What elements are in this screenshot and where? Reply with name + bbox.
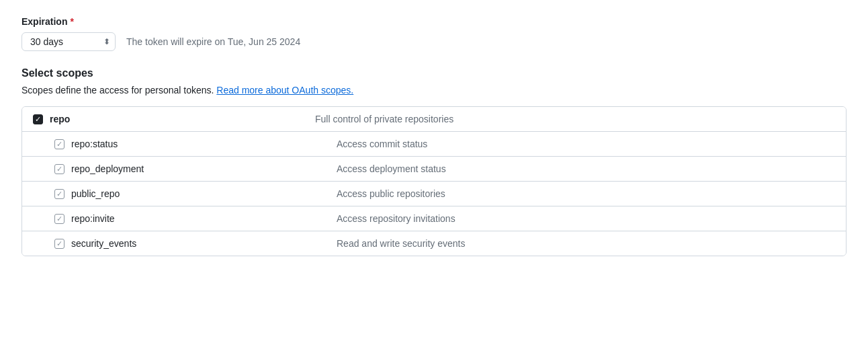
checkbox-repo-deployment[interactable]: ✓ — [54, 164, 64, 174]
expiration-label-text: Expiration — [21, 16, 67, 27]
checkmark-security-events: ✓ — [56, 240, 62, 247]
scope-name-repo-invite: repo:invite — [71, 213, 115, 224]
checkbox-repo-invite[interactable]: ✓ — [54, 214, 64, 224]
scope-left-repo-deployment: ✓ repo_deployment — [54, 163, 337, 174]
expiration-label: Expiration * — [21, 16, 847, 27]
scope-left-repo-status: ✓ repo:status — [54, 139, 337, 149]
scope-row-repo-invite: ✓ repo:invite Access repository invitati… — [22, 206, 846, 231]
checkbox-security-events[interactable]: ✓ — [54, 239, 64, 249]
expiration-hint: The token will expire on Tue, Jun 25 202… — [126, 36, 300, 47]
scope-row-repo-status: ✓ repo:status Access commit status — [22, 132, 846, 157]
scope-name-repo-deployment: repo_deployment — [71, 163, 144, 174]
scope-name-security-events: security_events — [71, 238, 136, 249]
checkbox-repo-status[interactable]: ✓ — [54, 139, 64, 149]
expiration-select-wrapper: 7 days 30 days 60 days 90 days Custom No… — [21, 32, 116, 51]
scope-description-repo-deployment: Access deployment status — [337, 163, 835, 174]
scope-description-public-repo: Access public repositories — [337, 188, 835, 199]
scope-name-repo-status: repo:status — [71, 139, 118, 149]
scope-description-security-events: Read and write security events — [337, 238, 835, 249]
checkmark-repo: ✓ — [35, 116, 41, 123]
expiration-section: Expiration * 7 days 30 days 60 days 90 d… — [21, 16, 847, 51]
checkmark-repo-deployment: ✓ — [56, 165, 62, 173]
expiration-row: 7 days 30 days 60 days 90 days Custom No… — [21, 32, 847, 51]
scope-description-repo: Full control of private repositories — [315, 114, 835, 124]
scope-row-security-events: ✓ security_events Read and write securit… — [22, 231, 846, 256]
required-indicator: * — [70, 16, 73, 27]
scope-description-repo-status: Access commit status — [337, 139, 835, 149]
checkmark-repo-status: ✓ — [56, 141, 62, 148]
scope-row-repo: ✓ repo Full control of private repositor… — [22, 107, 846, 132]
scope-left-public-repo: ✓ public_repo — [54, 188, 337, 199]
scope-name-public-repo: public_repo — [71, 188, 120, 199]
checkbox-repo[interactable]: ✓ — [33, 114, 43, 124]
scopes-section: Select scopes Scopes define the access f… — [21, 67, 847, 256]
scope-name-repo: repo — [50, 114, 70, 124]
checkmark-public-repo: ✓ — [56, 190, 62, 198]
scopes-title: Select scopes — [21, 67, 847, 79]
scope-row-public-repo: ✓ public_repo Access public repositories — [22, 182, 846, 206]
scopes-description-text: Scopes define the access for personal to… — [21, 85, 214, 96]
checkmark-repo-invite: ✓ — [56, 215, 62, 223]
oauth-scopes-link[interactable]: Read more about OAuth scopes. — [216, 85, 353, 96]
scope-description-repo-invite: Access repository invitations — [337, 213, 835, 224]
scope-left-security-events: ✓ security_events — [54, 238, 337, 249]
scope-row-repo-deployment: ✓ repo_deployment Access deployment stat… — [22, 157, 846, 182]
scopes-description: Scopes define the access for personal to… — [21, 85, 847, 96]
scope-left-repo: ✓ repo — [33, 114, 315, 124]
scope-left-repo-invite: ✓ repo:invite — [54, 213, 337, 224]
expiration-select[interactable]: 7 days 30 days 60 days 90 days Custom No… — [21, 32, 116, 51]
checkbox-public-repo[interactable]: ✓ — [54, 189, 64, 199]
scopes-table: ✓ repo Full control of private repositor… — [21, 106, 847, 256]
